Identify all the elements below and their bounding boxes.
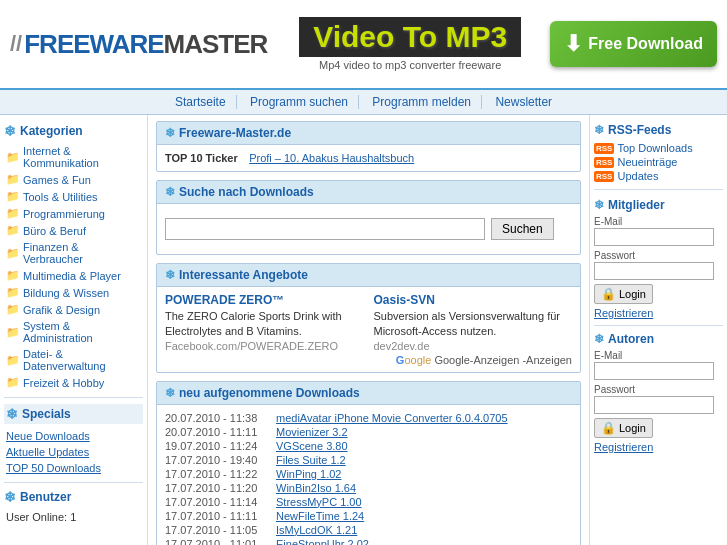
dl-name-2[interactable]: VGScene 3.80: [276, 440, 348, 452]
sidebar-item-tools[interactable]: 📁Tools & Utilities: [4, 188, 143, 205]
free-download-button[interactable]: ⬇ Free Download: [550, 21, 717, 67]
specials-title: ❄ Specials: [4, 404, 143, 424]
search-button[interactable]: Suchen: [491, 218, 554, 240]
rss-item-1[interactable]: RSS Neueinträge: [594, 155, 723, 169]
angebote-title-1[interactable]: Oasis-SVN: [374, 293, 573, 307]
dl-name-0[interactable]: mediAvatar iPhone Movie Converter 6.0.4.…: [276, 412, 508, 424]
sidebar-item-freizeit[interactable]: 📁Freizeit & Hobby: [4, 374, 143, 391]
mitglieder-login-button[interactable]: 🔒 Login: [594, 284, 653, 304]
mitglieder-registrieren-link[interactable]: Registrieren: [594, 307, 723, 319]
kategorien-snowflake-icon: ❄: [4, 123, 16, 139]
dl-name-9[interactable]: EineStoppUhr 2.02: [276, 538, 369, 545]
dl-date-4: 17.07.2010 - 11:22: [165, 468, 270, 480]
sidebar-item-system[interactable]: 📁System & Administration: [4, 318, 143, 346]
folder-icon: 📁: [6, 269, 20, 282]
search-box-body: Suchen: [157, 204, 580, 254]
angebote-link-1: dev2dev.de: [374, 340, 573, 352]
dl-date-2: 19.07.2010 - 11:24: [165, 440, 270, 452]
angebote-box-body: POWERADE ZERO™ The ZERO Calorie Sports D…: [157, 287, 580, 372]
ad-banner[interactable]: Video To MP3 Mp4 video to mp3 converter …: [280, 17, 540, 71]
dl-name-3[interactable]: Files Suite 1.2: [276, 454, 346, 466]
dl-date-0: 20.07.2010 - 11:38: [165, 412, 270, 424]
dl-date-1: 20.07.2010 - 11:11: [165, 426, 270, 438]
sidebar-item-grafik[interactable]: 📁Grafik & Design: [4, 301, 143, 318]
autoren-login-button[interactable]: 🔒 Login: [594, 418, 653, 438]
nav-programm-suchen[interactable]: Programm suchen: [240, 95, 359, 109]
passwort-label: Passwort: [594, 250, 723, 261]
angebote-snowflake-icon: ❄: [165, 268, 175, 282]
angebote-box: ❄ Interessante Angebote POWERADE ZERO™ T…: [156, 263, 581, 373]
ticker-text[interactable]: Profi – 10. Abakus Haushaltsbuch: [249, 152, 414, 164]
folder-icon: 📁: [6, 376, 20, 389]
dl-row-3: 17.07.2010 - 19:40Files Suite 1.2: [165, 453, 572, 467]
autoren-passwort-input[interactable]: [594, 396, 714, 414]
angebote-desc-0: The ZERO Calorie Sports Drink with Elect…: [165, 309, 364, 340]
specials-aktuelle-updates[interactable]: Aktuelle Updates: [4, 444, 143, 460]
sidebar-item-multimedia[interactable]: 📁Multimedia & Player: [4, 267, 143, 284]
dl-row-9: 17.07.2010 - 11:01EineStoppUhr 2.02: [165, 537, 572, 545]
dl-name-7[interactable]: NewFileTime 1.24: [276, 510, 364, 522]
folder-icon: 📁: [6, 326, 20, 339]
dl-row-2: 19.07.2010 - 11:24VGScene 3.80: [165, 439, 572, 453]
angebote-title-0[interactable]: POWERADE ZERO™: [165, 293, 364, 307]
benutzer-title: ❄ Benutzer: [4, 489, 143, 505]
downloads-box-body: 20.07.2010 - 11:38mediAvatar iPhone Movi…: [157, 405, 580, 545]
download-arrow-icon: ⬇: [564, 31, 582, 57]
benutzer-info: User Online: 1: [4, 509, 143, 525]
sidebar-left: ❄ Kategorien 📁Internet & Kommunikation 📁…: [0, 115, 148, 545]
downloads-box-header: ❄ neu aufgenommene Downloads: [157, 382, 580, 405]
google-anzeigen: Google Google-Anzeigen -Anzeigen: [165, 354, 572, 366]
nav-newsletter[interactable]: Newsletter: [485, 95, 562, 109]
nav-programm-melden[interactable]: Programm melden: [362, 95, 482, 109]
mitglieder-passwort-input[interactable]: [594, 262, 714, 280]
sidebar-item-buero[interactable]: 📁Büro & Beruf: [4, 222, 143, 239]
navbar: Startseite Programm suchen Programm meld…: [0, 90, 727, 115]
sidebar-item-bildung[interactable]: 📁Bildung & Wissen: [4, 284, 143, 301]
rss-item-2[interactable]: RSS Updates: [594, 169, 723, 183]
sidebar-item-internet[interactable]: 📁Internet & Kommunikation: [4, 143, 143, 171]
dl-date-8: 17.07.2010 - 11:05: [165, 524, 270, 536]
google-anzeigen-text: Google-Anzeigen: [434, 354, 519, 366]
dl-date-6: 17.07.2010 - 11:14: [165, 496, 270, 508]
dl-name-8[interactable]: IsMyLcdOK 1.21: [276, 524, 357, 536]
search-row: Suchen: [165, 210, 572, 248]
sidebar-item-programmierung[interactable]: 📁Programmierung: [4, 205, 143, 222]
mitglieder-email-input[interactable]: [594, 228, 714, 246]
autoren-registrieren-link[interactable]: Registrieren: [594, 441, 723, 453]
sidebar-item-finanzen[interactable]: 📁Finanzen & Verbraucher: [4, 239, 143, 267]
angebote-desc-1: Subversion als Versionsverwaltung für Mi…: [374, 309, 573, 340]
angebote-col-1: Oasis-SVN Subversion als Versionsverwalt…: [374, 293, 573, 352]
dl-row-4: 17.07.2010 - 11:22WinPing 1.02: [165, 467, 572, 481]
dl-name-4[interactable]: WinPing 1.02: [276, 468, 341, 480]
free-download-label: Free Download: [588, 35, 703, 53]
dl-row-8: 17.07.2010 - 11:05IsMyLcdOK 1.21: [165, 523, 572, 537]
autoren-login-icon: 🔒: [601, 421, 616, 435]
sidebar-item-datei[interactable]: 📁Datei- & Datenverwaltung: [4, 346, 143, 374]
dl-date-9: 17.07.2010 - 11:01: [165, 538, 270, 545]
specials-neue-downloads[interactable]: Neue Downloads: [4, 428, 143, 444]
angebote-box-header: ❄ Interessante Angebote: [157, 264, 580, 287]
search-snowflake-icon: ❄: [165, 185, 175, 199]
folder-icon: 📁: [6, 247, 20, 260]
rss-item-0[interactable]: RSS Top Downloads: [594, 141, 723, 155]
rss-icon-0: RSS: [594, 143, 614, 154]
logo-text[interactable]: FREEWAREMASTER: [24, 28, 267, 60]
kategorien-title: ❄ Kategorien: [4, 123, 143, 139]
search-input[interactable]: [165, 218, 485, 240]
folder-icon: 📁: [6, 286, 20, 299]
dl-row-7: 17.07.2010 - 11:11NewFileTime 1.24: [165, 509, 572, 523]
center-content: ❄ Freeware-Master.de TOP 10 Ticker Profi…: [148, 115, 589, 545]
dl-date-3: 17.07.2010 - 19:40: [165, 454, 270, 466]
dl-name-5[interactable]: WinBin2Iso 1.64: [276, 482, 356, 494]
specials-snowflake-icon: ❄: [6, 406, 18, 422]
autoren-email-label: E-Mail: [594, 350, 723, 361]
folder-icon: 📁: [6, 207, 20, 220]
sidebar-item-games[interactable]: 📁Games & Fun: [4, 171, 143, 188]
dl-name-6[interactable]: StressMyPC 1.00: [276, 496, 362, 508]
autoren-email-input[interactable]: [594, 362, 714, 380]
search-box: ❄ Suche nach Downloads Suchen: [156, 180, 581, 255]
dl-name-1[interactable]: Movienizer 3.2: [276, 426, 348, 438]
specials-top50[interactable]: TOP 50 Downloads: [4, 460, 143, 476]
nav-startseite[interactable]: Startseite: [165, 95, 237, 109]
rss-icon-1: RSS: [594, 157, 614, 168]
